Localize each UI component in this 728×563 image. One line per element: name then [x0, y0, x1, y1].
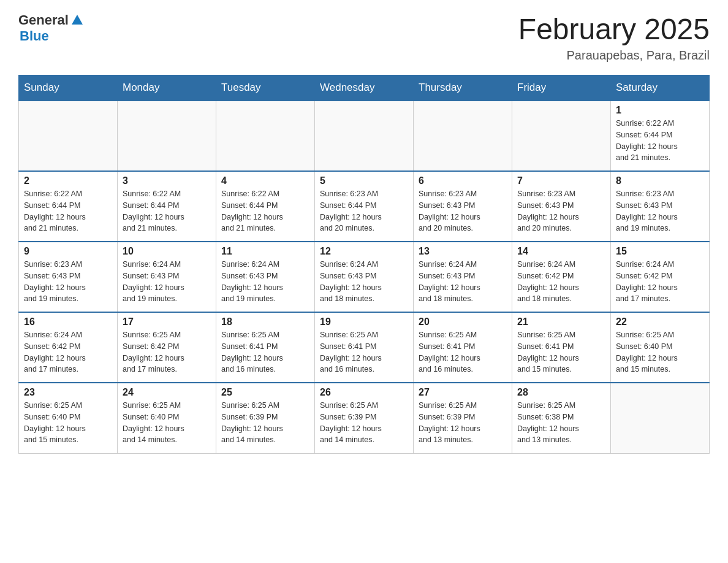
logo: General Blue: [18, 12, 84, 44]
table-row: 10Sunrise: 6:24 AM Sunset: 6:43 PM Dayli…: [118, 242, 216, 312]
day-number: 12: [320, 246, 408, 257]
day-info: Sunrise: 6:23 AM Sunset: 6:43 PM Dayligh…: [24, 259, 112, 305]
day-info: Sunrise: 6:22 AM Sunset: 6:44 PM Dayligh…: [616, 118, 704, 164]
table-row: 27Sunrise: 6:25 AM Sunset: 6:39 PM Dayli…: [414, 383, 512, 453]
table-row: [118, 101, 216, 171]
table-row: 9Sunrise: 6:23 AM Sunset: 6:43 PM Daylig…: [19, 242, 118, 312]
month-title: February 2025: [518, 12, 710, 46]
table-row: [216, 101, 315, 171]
day-info: Sunrise: 6:25 AM Sunset: 6:39 PM Dayligh…: [221, 400, 309, 446]
calendar-week-row: 16Sunrise: 6:24 AM Sunset: 6:42 PM Dayli…: [19, 312, 710, 383]
table-row: [512, 101, 611, 171]
day-number: 1: [616, 105, 704, 116]
day-number: 18: [221, 316, 309, 327]
header-friday: Friday: [512, 75, 611, 101]
day-number: 3: [123, 175, 211, 186]
header-thursday: Thursday: [414, 75, 512, 101]
header-wednesday: Wednesday: [315, 75, 414, 101]
day-info: Sunrise: 6:25 AM Sunset: 6:40 PM Dayligh…: [123, 400, 211, 446]
day-number: 10: [123, 246, 211, 257]
day-number: 26: [320, 387, 408, 398]
day-number: 27: [419, 387, 507, 398]
day-info: Sunrise: 6:24 AM Sunset: 6:42 PM Dayligh…: [616, 259, 704, 305]
day-info: Sunrise: 6:22 AM Sunset: 6:44 PM Dayligh…: [123, 188, 211, 234]
day-info: Sunrise: 6:25 AM Sunset: 6:38 PM Dayligh…: [517, 400, 605, 446]
day-number: 7: [517, 175, 605, 186]
calendar-week-row: 1Sunrise: 6:22 AM Sunset: 6:44 PM Daylig…: [19, 101, 710, 171]
table-row: 17Sunrise: 6:25 AM Sunset: 6:42 PM Dayli…: [118, 312, 216, 383]
table-row: 3Sunrise: 6:22 AM Sunset: 6:44 PM Daylig…: [118, 171, 216, 242]
day-info: Sunrise: 6:23 AM Sunset: 6:43 PM Dayligh…: [419, 188, 507, 234]
table-row: 5Sunrise: 6:23 AM Sunset: 6:44 PM Daylig…: [315, 171, 414, 242]
day-number: 14: [517, 246, 605, 257]
logo-triangle-icon: [70, 13, 84, 27]
table-row: [414, 101, 512, 171]
table-row: 11Sunrise: 6:24 AM Sunset: 6:43 PM Dayli…: [216, 242, 315, 312]
table-row: 15Sunrise: 6:24 AM Sunset: 6:42 PM Dayli…: [611, 242, 710, 312]
table-row: 21Sunrise: 6:25 AM Sunset: 6:41 PM Dayli…: [512, 312, 611, 383]
table-row: [611, 383, 710, 453]
day-info: Sunrise: 6:25 AM Sunset: 6:41 PM Dayligh…: [517, 329, 605, 375]
day-number: 2: [24, 175, 112, 186]
table-row: 20Sunrise: 6:25 AM Sunset: 6:41 PM Dayli…: [414, 312, 512, 383]
day-number: 25: [221, 387, 309, 398]
table-row: 12Sunrise: 6:24 AM Sunset: 6:43 PM Dayli…: [315, 242, 414, 312]
location-subtitle: Parauapebas, Para, Brazil: [518, 48, 710, 63]
header-sunday: Sunday: [19, 75, 118, 101]
svg-marker-0: [72, 15, 83, 25]
day-number: 8: [616, 175, 704, 186]
day-info: Sunrise: 6:24 AM Sunset: 6:43 PM Dayligh…: [221, 259, 309, 305]
table-row: 16Sunrise: 6:24 AM Sunset: 6:42 PM Dayli…: [19, 312, 118, 383]
day-info: Sunrise: 6:25 AM Sunset: 6:41 PM Dayligh…: [221, 329, 309, 375]
day-info: Sunrise: 6:24 AM Sunset: 6:42 PM Dayligh…: [24, 329, 112, 375]
day-number: 22: [616, 316, 704, 327]
day-number: 21: [517, 316, 605, 327]
day-info: Sunrise: 6:25 AM Sunset: 6:39 PM Dayligh…: [419, 400, 507, 446]
header-tuesday: Tuesday: [216, 75, 315, 101]
day-number: 23: [24, 387, 112, 398]
day-number: 5: [320, 175, 408, 186]
table-row: 18Sunrise: 6:25 AM Sunset: 6:41 PM Dayli…: [216, 312, 315, 383]
calendar-table: Sunday Monday Tuesday Wednesday Thursday…: [18, 75, 710, 454]
table-row: [19, 101, 118, 171]
day-number: 13: [419, 246, 507, 257]
day-info: Sunrise: 6:23 AM Sunset: 6:44 PM Dayligh…: [320, 188, 408, 234]
day-info: Sunrise: 6:22 AM Sunset: 6:44 PM Dayligh…: [24, 188, 112, 234]
table-row: 6Sunrise: 6:23 AM Sunset: 6:43 PM Daylig…: [414, 171, 512, 242]
logo-blue-text: Blue: [20, 28, 49, 44]
day-number: 17: [123, 316, 211, 327]
table-row: 7Sunrise: 6:23 AM Sunset: 6:43 PM Daylig…: [512, 171, 611, 242]
page-header: General Blue February 2025 Parauapebas, …: [18, 12, 710, 63]
day-info: Sunrise: 6:24 AM Sunset: 6:43 PM Dayligh…: [123, 259, 211, 305]
day-number: 9: [24, 246, 112, 257]
day-number: 16: [24, 316, 112, 327]
table-row: 25Sunrise: 6:25 AM Sunset: 6:39 PM Dayli…: [216, 383, 315, 453]
day-number: 4: [221, 175, 309, 186]
day-number: 28: [517, 387, 605, 398]
day-number: 19: [320, 316, 408, 327]
table-row: [315, 101, 414, 171]
day-info: Sunrise: 6:25 AM Sunset: 6:42 PM Dayligh…: [123, 329, 211, 375]
table-row: 22Sunrise: 6:25 AM Sunset: 6:40 PM Dayli…: [611, 312, 710, 383]
day-info: Sunrise: 6:22 AM Sunset: 6:44 PM Dayligh…: [221, 188, 309, 234]
table-row: 1Sunrise: 6:22 AM Sunset: 6:44 PM Daylig…: [611, 101, 710, 171]
header-saturday: Saturday: [611, 75, 710, 101]
day-info: Sunrise: 6:23 AM Sunset: 6:43 PM Dayligh…: [616, 188, 704, 234]
logo-general-text: General: [18, 12, 69, 28]
table-row: 24Sunrise: 6:25 AM Sunset: 6:40 PM Dayli…: [118, 383, 216, 453]
day-info: Sunrise: 6:25 AM Sunset: 6:40 PM Dayligh…: [24, 400, 112, 446]
day-number: 20: [419, 316, 507, 327]
table-row: 23Sunrise: 6:25 AM Sunset: 6:40 PM Dayli…: [19, 383, 118, 453]
day-info: Sunrise: 6:25 AM Sunset: 6:41 PM Dayligh…: [320, 329, 408, 375]
day-number: 6: [419, 175, 507, 186]
day-info: Sunrise: 6:24 AM Sunset: 6:42 PM Dayligh…: [517, 259, 605, 305]
day-info: Sunrise: 6:24 AM Sunset: 6:43 PM Dayligh…: [419, 259, 507, 305]
table-row: 4Sunrise: 6:22 AM Sunset: 6:44 PM Daylig…: [216, 171, 315, 242]
title-section: February 2025 Parauapebas, Para, Brazil: [518, 12, 710, 63]
calendar-week-row: 9Sunrise: 6:23 AM Sunset: 6:43 PM Daylig…: [19, 242, 710, 312]
table-row: 8Sunrise: 6:23 AM Sunset: 6:43 PM Daylig…: [611, 171, 710, 242]
table-row: 26Sunrise: 6:25 AM Sunset: 6:39 PM Dayli…: [315, 383, 414, 453]
calendar-week-row: 23Sunrise: 6:25 AM Sunset: 6:40 PM Dayli…: [19, 383, 710, 453]
day-number: 24: [123, 387, 211, 398]
header-monday: Monday: [118, 75, 216, 101]
